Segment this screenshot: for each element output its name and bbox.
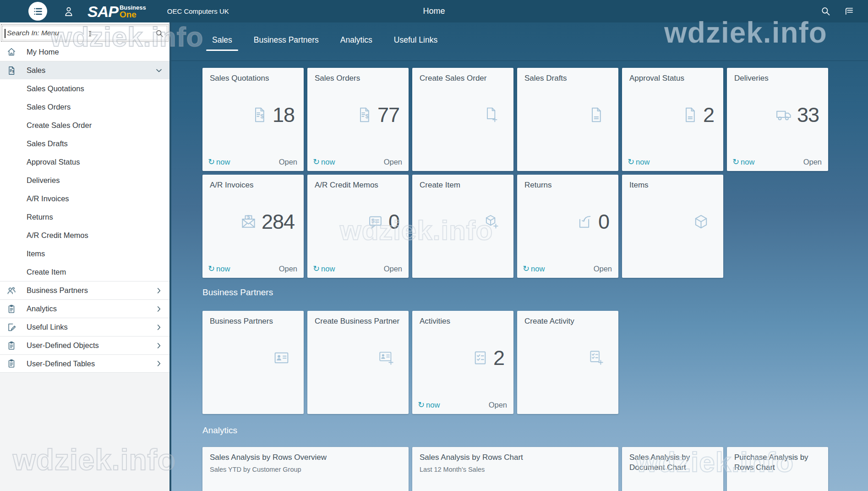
tile-footer [313, 396, 402, 414]
chevron-right-icon [154, 286, 164, 295]
tab-sales[interactable]: Sales [212, 35, 232, 55]
section-heading-analytics: Analytics [202, 424, 868, 437]
refresh-now-button[interactable]: ↻now [208, 265, 230, 273]
refresh-now-label: now [426, 401, 440, 409]
tile-items[interactable]: Items [622, 175, 723, 278]
tile-kpi-area [315, 320, 401, 396]
tile-deliveries[interactable]: Deliveries33↻nowOpen [727, 68, 828, 171]
tile-sales-orders[interactable]: Sales Orders$77↻nowOpen [307, 68, 409, 171]
notes-icon[interactable] [844, 6, 854, 17]
sidebar-item-useful-links[interactable]: Useful Links [0, 318, 169, 336]
document-dollar-icon: $ [251, 106, 268, 123]
tile-kpi-area: $284 [210, 184, 296, 259]
sidebar-item-user-defined-objects[interactable]: User-Defined Objects [0, 336, 169, 354]
sidebar-item-label: Sales [27, 66, 45, 75]
magnifier-icon[interactable] [155, 29, 164, 38]
tile-count: 0 [388, 210, 399, 234]
tile-sales-analysis-by-rows-overview[interactable]: Sales Analysis by Rows OverviewSales YTD… [202, 447, 409, 491]
sidebar-item-approval-status[interactable]: Approval Status [0, 153, 169, 171]
user-icon[interactable] [63, 6, 75, 17]
tile-create-sales-order[interactable]: Create Sales Order [412, 68, 513, 171]
open-button[interactable]: Open [489, 401, 507, 409]
tile-business-partners[interactable]: Business Partners [202, 311, 304, 414]
sidebar-item-sales-quotations[interactable]: Sales Quotations [0, 79, 169, 98]
sidebar-item-items[interactable]: Items [0, 244, 169, 263]
document-lines-icon [682, 106, 699, 123]
home-content: SalesBusiness PartnersAnalyticsUseful Li… [171, 22, 868, 491]
refresh-icon: ↻ [208, 158, 215, 166]
sidebar-item-business-partners[interactable]: Business Partners [0, 281, 169, 299]
refresh-now-button[interactable]: ↻now [313, 265, 335, 273]
sidebar-item-deliveries[interactable]: Deliveries [0, 171, 169, 189]
sidebar-item-a-r-invoices[interactable]: A/R Invoices [0, 189, 169, 208]
search-icon[interactable] [820, 6, 831, 17]
tile-returns[interactable]: Returns0↻nowOpen [517, 175, 618, 278]
refresh-now-button[interactable]: ↻now [523, 265, 545, 273]
refresh-now-label: now [321, 265, 335, 273]
tab-useful-links[interactable]: Useful Links [394, 35, 437, 55]
tile-kpi-area [420, 184, 506, 259]
tile-count: 2 [703, 103, 714, 127]
sap-business-one-logo: SAP Business One [87, 5, 146, 18]
company-name: OEC Computers UK [167, 7, 229, 15]
logo-sap-text: SAP [87, 5, 118, 18]
open-button[interactable]: Open [384, 265, 402, 273]
refresh-now-button[interactable]: ↻now [418, 401, 440, 409]
return-box-icon [577, 213, 594, 230]
tile-title: Sales Analysis by Rows Overview [210, 452, 401, 463]
sidebar-item-create-item[interactable]: Create Item [0, 263, 169, 281]
tile-sales-quotations[interactable]: Sales Quotations$18↻nowOpen [202, 68, 304, 171]
tab-business-partners[interactable]: Business Partners [254, 35, 319, 55]
tile-activities[interactable]: Activities2↻nowOpen [412, 311, 513, 414]
tile-sales-analysis-by-rows-chart[interactable]: Sales Analysis by Rows ChartLast 12 Mont… [412, 447, 618, 491]
tile-approval-status[interactable]: Approval Status2↻now [622, 68, 723, 171]
svg-text:$: $ [12, 69, 14, 73]
open-button[interactable]: Open [594, 265, 612, 273]
sidebar-item-a-r-credit-memos[interactable]: A/R Credit Memos [0, 226, 169, 244]
sidebar-item-analytics[interactable]: Analytics [0, 299, 169, 318]
clipboard-icon [6, 304, 16, 314]
checklist-add-icon [588, 349, 605, 366]
hamburger-menu-button[interactable] [28, 2, 47, 21]
tile-create-activity[interactable]: Create Activity [517, 311, 618, 414]
tile-purchase-analysis-by-rows-chart[interactable]: Purchase Analysis by Rows Chart [727, 447, 828, 491]
refresh-now-button[interactable]: ↻now [628, 158, 650, 166]
sidebar-item-label: Approval Status [27, 158, 80, 166]
document-add-icon [483, 106, 500, 123]
envelope-dollar-icon: $ [240, 213, 257, 230]
contact-card-add-icon [378, 349, 395, 366]
sidebar-item-returns[interactable]: Returns [0, 208, 169, 226]
open-button[interactable]: Open [384, 158, 402, 166]
sidebar: My Home$SalesSales QuotationsSales Order… [0, 22, 171, 491]
tab-analytics[interactable]: Analytics [340, 35, 372, 55]
clipboard-icon [6, 341, 16, 351]
sidebar-item-sales-drafts[interactable]: Sales Drafts [0, 134, 169, 153]
tile-a-r-invoices[interactable]: A/R Invoices$284↻nowOpen [202, 175, 304, 278]
sidebar-item-label: Returns [27, 213, 53, 221]
sidebar-item-my-home[interactable]: My Home [0, 43, 169, 61]
sidebar-item-sales[interactable]: $Sales [0, 61, 169, 79]
sidebar-item-label: Sales Drafts [27, 139, 68, 148]
tile-create-business-partner[interactable]: Create Business Partner [307, 311, 409, 414]
sidebar-item-sales-orders[interactable]: Sales Orders [0, 98, 169, 116]
tile-kpi-area: $18 [210, 77, 296, 153]
open-button[interactable]: Open [279, 158, 297, 166]
tile-footer [418, 153, 507, 171]
open-button[interactable]: Open [279, 265, 297, 273]
sidebar-item-label: Analytics [27, 304, 57, 313]
open-button[interactable]: Open [803, 158, 822, 166]
refresh-now-button[interactable]: ↻now [313, 158, 335, 166]
tile-sales-analysis-by-document-chart[interactable]: Sales Analysis by Document Chart [622, 447, 723, 491]
tile-footer: ↻nowOpen [313, 259, 402, 278]
sidebar-item-create-sales-order[interactable]: Create Sales Order [0, 116, 169, 134]
sidebar-search-input[interactable] [1, 25, 168, 41]
sidebar-item-user-defined-tables[interactable]: User-Defined Tables [0, 354, 169, 373]
tile-create-item[interactable]: Create Item [412, 175, 513, 278]
refresh-icon: ↻ [313, 265, 320, 272]
tile-sales-drafts[interactable]: Sales Drafts [517, 68, 618, 171]
sidebar-item-label: A/R Credit Memos [27, 231, 88, 240]
tile-a-r-credit-memos[interactable]: A/R Credit Memos$0↻nowOpen [307, 175, 409, 278]
refresh-now-button[interactable]: ↻now [208, 158, 230, 166]
tile-footer [628, 259, 717, 278]
refresh-now-button[interactable]: ↻now [732, 158, 754, 166]
